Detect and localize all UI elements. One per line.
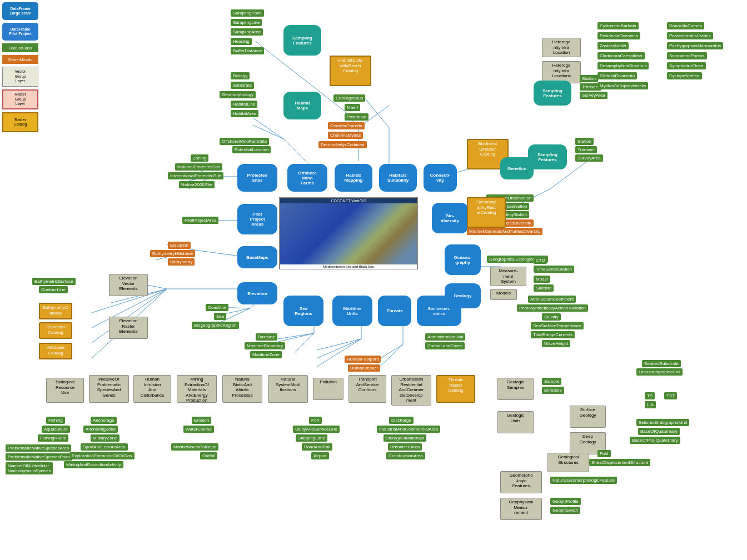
- node-dermochelys: DermochelysCoriacea: [318, 141, 367, 148]
- map-preview: COCONET WebGIS Mediterranean Sea and Bla…: [279, 197, 418, 269]
- node-biodiversity: Bio-diversity: [432, 203, 468, 233]
- node-seabed-substrate: SeabedSubstrate: [642, 360, 681, 367]
- node-habitat-area: HabitatArea: [231, 110, 258, 117]
- map-label: Mediterranean Sea and Black Sea: [280, 264, 417, 269]
- svg-line-13: [364, 97, 389, 128]
- node-elevation-raster-group: ElevationRasterElements: [109, 317, 148, 339]
- node-airport: Airport: [311, 452, 329, 459]
- node-mining-extraction: MiningExtractionOfMaterialsAndEnergyProd…: [177, 375, 217, 403]
- node-lia: LIA: [645, 401, 656, 408]
- node-geological-structures: GeologicalStructures: [547, 453, 589, 472]
- node-anchorage: Anchorage: [91, 417, 117, 424]
- node-corine: CorineLandCover: [425, 342, 465, 349]
- node-transect-right2: Transect: [575, 146, 597, 153]
- node-industrial: IndustrialAndCommercialArea: [377, 426, 440, 433]
- node-desmophyllum: DesmophyllumDianthus: [597, 62, 649, 69]
- node-chelonia: CheloniaMydas: [328, 132, 363, 139]
- node-geologic-samples: GeologicSamples: [497, 378, 534, 400]
- node-marine-macro: MarineMacroPollution: [171, 443, 218, 451]
- legend-raster-mosaic: RasterMosaic: [2, 55, 38, 64]
- node-station-top-right: Station: [580, 75, 598, 82]
- node-cyclope: CyclopeNeritea: [667, 72, 702, 79]
- legend-vector-group: VectorGroupLayer: [2, 67, 38, 87]
- node-construction: ConstructionArea: [386, 452, 425, 459]
- node-sampling-line: SamplingLine: [231, 19, 262, 26]
- node-fishing: Fishing: [46, 417, 65, 424]
- node-seismic-strat: SeismicStratigraphicUnit: [636, 419, 689, 426]
- node-sampling-area: SamplingArea: [231, 28, 263, 36]
- node-admin-unit: AdministrativeUnit: [425, 333, 465, 341]
- node-survey-top-right: SurveyArea: [580, 92, 607, 99]
- node-survey-right2: SurveyArea: [575, 154, 603, 162]
- node-shipping-lane: ShippingLane: [296, 434, 327, 442]
- node-basemaps: BaseMaps: [237, 246, 277, 268]
- svg-line-29: [378, 344, 403, 360]
- node-elevation: Elevation: [237, 282, 277, 304]
- legend-df-large: DataFrameLarge scale: [2, 2, 38, 20]
- node-hillshade-catalog: HillshadeCatalog: [39, 343, 72, 359]
- node-military-zone: MilitaryZone: [91, 434, 119, 442]
- node-natural-geomorpho: NaturalGeomorphologicFeature: [550, 477, 617, 484]
- node-elevation-catalog: ElevationCatalog: [39, 322, 72, 339]
- node-geomorpho-features: Geomorpho-logicFeatures: [500, 471, 542, 493]
- legend-raster-group: RasterGroupLayer: [2, 89, 38, 109]
- node-habitat-suitability-raster: HabitatSuitabilityRasterCatalog: [330, 56, 371, 86]
- node-pachygrapsus: PachygrapsusMarmoratus: [667, 42, 723, 49]
- node-substrate: Substrate: [231, 82, 254, 89]
- node-problematic-area: ProblematicNativeSpeciesArea: [6, 444, 71, 452]
- map-image: [280, 203, 417, 264]
- node-measurement-system: Measure-mentSystem: [490, 267, 526, 286]
- diagram: DataFrameLarge scale DataFramePilot Proj…: [0, 0, 747, 560]
- node-mining-activity: MiningAndExtractionActivity: [64, 461, 123, 468]
- node-port: Port: [309, 417, 322, 424]
- node-salinity: Salinity: [542, 313, 561, 321]
- node-biology: Biology: [231, 72, 250, 79]
- node-sampling-features-top-right: SamplingFeatures: [534, 81, 571, 106]
- map-title: COCONET WebGIS: [280, 198, 417, 203]
- node-borehole: Borehole: [542, 387, 564, 394]
- legend-feature-class: FeatureClass: [2, 43, 38, 52]
- node-bathymetric-surface: BathymetricSurface: [32, 278, 76, 285]
- node-baseline: Baseline: [256, 333, 277, 341]
- node-models: Models: [490, 289, 517, 300]
- node-paracentrotus: ParacentrotusLividus: [667, 32, 713, 39]
- node-base-plio: BaseOfPlio-Quaternary: [630, 437, 680, 444]
- node-posidonia: Posidonia: [345, 113, 368, 121]
- node-posidonia-oceanica: PosidoniaOceanica: [597, 32, 640, 39]
- node-photosynthetically: PhotosyntheticallyActiveRadiation: [517, 304, 588, 312]
- node-oceanography: Oceano-graphy: [445, 244, 481, 275]
- node-bio-resource-use: BiologicalResourceUse: [46, 378, 84, 403]
- node-pilot-area: PilotProjectArea: [182, 217, 218, 224]
- node-genetics: Genetics: [500, 157, 534, 179]
- node-surface-geology: SurfaceGeology: [570, 406, 606, 428]
- node-heterogeneity-infra: HeterogenityInfraLocations: [542, 61, 581, 83]
- node-discharge: Discharge: [389, 417, 414, 424]
- node-elevation-raster: Elevation: [168, 242, 191, 249]
- node-threats-raster: ThreatsRasterCatalog: [436, 375, 475, 403]
- node-sampling-features: SamplingFeatures: [283, 25, 321, 56]
- node-coastline: Coastline: [206, 304, 228, 311]
- node-sampling-point: SamplingPoint: [231, 9, 264, 17]
- node-buffer-distance: BufferDistance: [231, 47, 264, 54]
- node-maritime-boundary: MaritimeBoundary: [245, 342, 285, 349]
- node-tidal-range: TidalRangeCurrents: [531, 331, 575, 338]
- node-potential-location: PotentialLocation: [232, 146, 271, 153]
- node-habitat-mapping: HabitatMapping: [335, 164, 372, 192]
- node-habitat-maps: HabitatMaps: [283, 92, 321, 119]
- node-sea-surface: SeaSurfaceTemperature: [531, 322, 584, 329]
- node-elevation-vector: ElevationVectorElements: [109, 274, 148, 296]
- node-geophysical-meas: GeophysicalMeasu-rement: [500, 498, 542, 520]
- node-pilot-project: PilotProjectAreas: [237, 204, 277, 234]
- node-bathymetry-hillshade: BathymetryHillshade: [150, 250, 195, 257]
- node-problematic-point: ProblematicNativeSpeciesPoint: [6, 453, 72, 461]
- node-road-rail: RoadAndRail: [302, 443, 332, 451]
- node-geoph-profile: GeophProfile: [550, 498, 581, 505]
- node-cladocora: CladocoraCaespitosa: [597, 52, 645, 59]
- node-zoning: Zoning: [191, 154, 208, 162]
- node-tst: TST: [664, 392, 677, 399]
- node-mytilus: MytilusGalloprovincialis: [597, 82, 648, 89]
- node-heading: Heading: [231, 38, 252, 45]
- node-sea: Sea: [214, 313, 226, 320]
- node-maerl: Maerl: [345, 104, 360, 111]
- node-invasive-species: InvasiveOrProblematicSpeciesAndGenes: [89, 375, 129, 403]
